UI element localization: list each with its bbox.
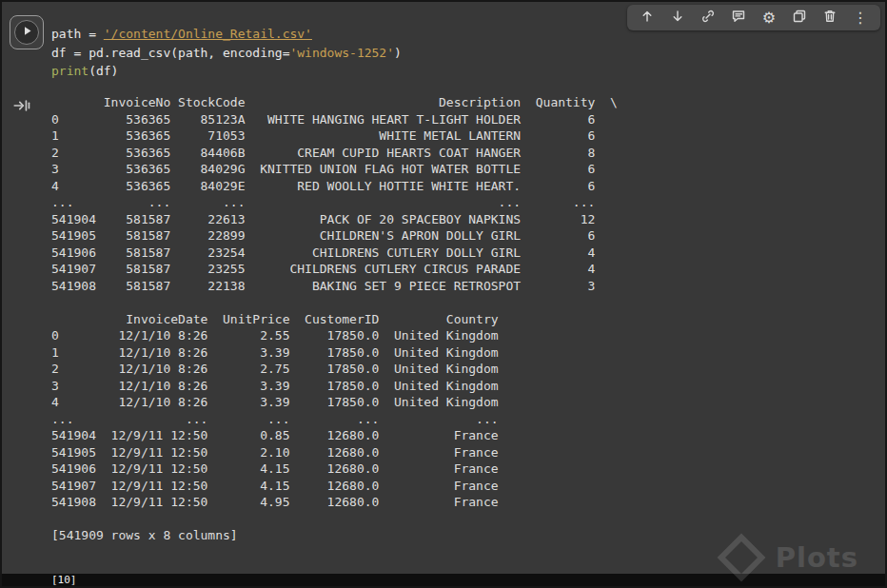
copy-cell-link-button[interactable] bbox=[696, 7, 720, 29]
cell-toolbar: ⚙ ⋮ bbox=[627, 5, 880, 30]
move-cell-down-button[interactable] bbox=[665, 7, 690, 29]
more-actions-button[interactable]: ⋮ bbox=[848, 7, 873, 29]
cell-output-icon[interactable] bbox=[12, 96, 31, 115]
notebook-code-cell: ⚙ ⋮ bbox=[0, 0, 887, 588]
mirror-cell-icon bbox=[792, 9, 807, 27]
dataframe-output: InvoiceNo StockCode Description Quantity… bbox=[51, 94, 618, 544]
arrow-down-icon bbox=[670, 9, 685, 27]
add-comment-button[interactable] bbox=[726, 7, 751, 29]
code-token: df = pd.read_csv(path, encoding= bbox=[51, 46, 289, 60]
file-path-link[interactable]: '/content/Online_Retail.csv' bbox=[104, 27, 312, 41]
code-line: print(df) bbox=[51, 62, 402, 81]
run-circle bbox=[14, 20, 39, 45]
code-line: path = '/content/Online_Retail.csv' bbox=[51, 25, 402, 44]
next-cell-partial[interactable]: [10] bbox=[2, 574, 885, 586]
comment-icon bbox=[731, 9, 746, 27]
code-token: (df) bbox=[89, 64, 118, 78]
arrow-up-icon bbox=[640, 9, 655, 27]
builtin-token: print bbox=[51, 64, 89, 78]
code-editor[interactable]: path = '/content/Online_Retail.csv' df =… bbox=[51, 25, 402, 81]
execution-count-label: [10] bbox=[51, 574, 77, 586]
trash-icon bbox=[822, 9, 838, 27]
kebab-menu-icon: ⋮ bbox=[853, 10, 868, 26]
code-token: path = bbox=[51, 27, 104, 41]
play-icon bbox=[19, 23, 35, 43]
delete-cell-button[interactable] bbox=[818, 7, 842, 29]
gear-icon: ⚙ bbox=[762, 10, 776, 26]
link-icon bbox=[700, 9, 716, 27]
code-line: df = pd.read_csv(path, encoding='windows… bbox=[51, 44, 402, 63]
watermark-text: Plots bbox=[776, 541, 858, 574]
string-token: 'windows-1252' bbox=[289, 46, 394, 60]
code-token: ) bbox=[394, 46, 402, 60]
cell-settings-button[interactable]: ⚙ bbox=[757, 7, 781, 29]
run-cell-button[interactable] bbox=[10, 15, 44, 49]
mirror-cell-button[interactable] bbox=[787, 7, 812, 29]
move-cell-up-button[interactable] bbox=[635, 7, 660, 29]
